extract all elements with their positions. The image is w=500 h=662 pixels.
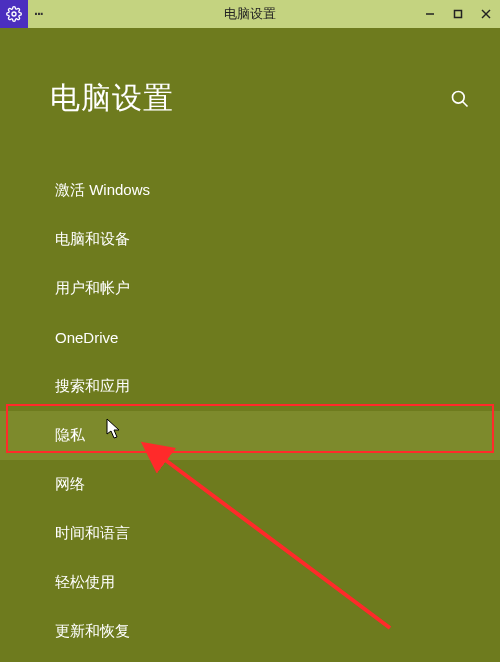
- app-icon: [0, 0, 28, 28]
- nav-item-label: 时间和语言: [55, 524, 130, 543]
- nav-item-label: 更新和恢复: [55, 622, 130, 641]
- nav-item-pc-and-devices[interactable]: 电脑和设备: [0, 215, 500, 264]
- titlebar-ellipsis[interactable]: ···: [34, 0, 43, 28]
- nav-item-network[interactable]: 网络: [0, 460, 500, 509]
- nav-item-label: OneDrive: [55, 329, 118, 346]
- nav-item-time-and-language[interactable]: 时间和语言: [0, 509, 500, 558]
- close-button[interactable]: [472, 0, 500, 28]
- page-title: 电脑设置: [50, 78, 174, 119]
- nav-item-label: 用户和帐户: [55, 279, 130, 298]
- nav-item-label: 轻松使用: [55, 573, 115, 592]
- content-area: 电脑设置 激活 Windows 电脑和设备 用户和帐户 OneDrive 搜索和…: [0, 28, 500, 662]
- window-controls: [416, 0, 500, 28]
- minimize-button[interactable]: [416, 0, 444, 28]
- nav-item-label: 搜索和应用: [55, 377, 130, 396]
- svg-rect-2: [455, 11, 462, 18]
- nav-item-label: 隐私: [55, 426, 85, 445]
- gear-icon: [6, 6, 22, 22]
- titlebar[interactable]: ··· 电脑设置: [0, 0, 500, 28]
- maximize-button[interactable]: [444, 0, 472, 28]
- search-icon: [450, 89, 470, 109]
- nav-item-ease-of-access[interactable]: 轻松使用: [0, 558, 500, 607]
- settings-nav: 激活 Windows 电脑和设备 用户和帐户 OneDrive 搜索和应用 隐私…: [0, 166, 500, 656]
- svg-line-6: [463, 101, 468, 106]
- nav-item-onedrive[interactable]: OneDrive: [0, 313, 500, 362]
- nav-item-update-and-recovery[interactable]: 更新和恢复: [0, 607, 500, 656]
- svg-point-5: [453, 91, 465, 103]
- nav-item-label: 网络: [55, 475, 85, 494]
- nav-item-search-and-apps[interactable]: 搜索和应用: [0, 362, 500, 411]
- nav-item-label: 电脑和设备: [55, 230, 130, 249]
- nav-item-label: 激活 Windows: [55, 181, 150, 200]
- page-header: 电脑设置: [50, 78, 470, 119]
- nav-item-users-and-accounts[interactable]: 用户和帐户: [0, 264, 500, 313]
- search-button[interactable]: [450, 89, 470, 109]
- nav-item-privacy[interactable]: 隐私: [0, 411, 500, 460]
- svg-point-0: [12, 12, 16, 16]
- app-window: ··· 电脑设置 电脑设置 激活 Windows: [0, 0, 500, 662]
- nav-item-activate-windows[interactable]: 激活 Windows: [0, 166, 500, 215]
